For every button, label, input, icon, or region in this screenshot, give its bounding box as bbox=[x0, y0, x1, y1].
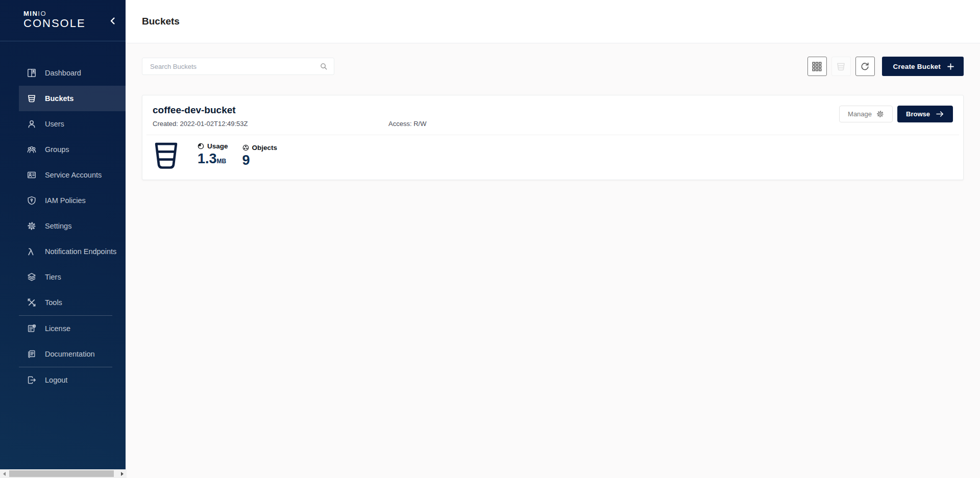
objects-label-row: Objects bbox=[242, 144, 278, 152]
minio-logo: MINIO CONSOLE bbox=[0, 0, 126, 41]
sidebar-menu: Dashboard Buckets Users Groups Service A… bbox=[0, 41, 126, 393]
objects-value: 9 bbox=[242, 153, 278, 168]
page-title: Buckets bbox=[142, 16, 180, 27]
sidebar-item-label: Users bbox=[45, 120, 64, 128]
scroll-left-arrow[interactable] bbox=[0, 469, 9, 478]
sidebar-item-buckets[interactable]: Buckets bbox=[19, 86, 126, 111]
objects-label: Objects bbox=[252, 144, 278, 152]
triangle-right-icon bbox=[121, 472, 124, 476]
users-icon bbox=[27, 119, 36, 129]
create-bucket-label: Create Bucket bbox=[893, 63, 941, 70]
sidebar-item-label: Settings bbox=[45, 222, 71, 230]
create-bucket-button[interactable]: Create Bucket bbox=[882, 57, 964, 76]
iam-policies-icon bbox=[27, 196, 36, 205]
bucket-meta: Created: 2022-01-02T12:49:53Z Access: R/… bbox=[153, 120, 426, 128]
dashboard-icon bbox=[27, 68, 36, 78]
main-area: Buckets Create Bucket bbox=[126, 0, 980, 478]
manage-label: Manage bbox=[848, 110, 872, 118]
sidebar-item-label: Dashboard bbox=[45, 69, 81, 77]
sidebar-item-tiers[interactable]: Tiers bbox=[19, 264, 126, 290]
sidebar-item-tools[interactable]: Tools bbox=[19, 290, 126, 315]
usage-metric: Usage 1.3MB bbox=[198, 142, 228, 169]
bucket-created: Created: 2022-01-02T12:49:53Z bbox=[153, 120, 388, 128]
search-icon bbox=[320, 62, 328, 70]
refresh-icon bbox=[860, 62, 870, 71]
sidebar-item-logout[interactable]: Logout bbox=[19, 367, 126, 393]
sidebar-item-label: Documentation bbox=[45, 350, 95, 358]
sidebar-item-label: Service Accounts bbox=[45, 171, 102, 179]
sidebar: MINIO CONSOLE Dashboard Buckets Users Gr… bbox=[0, 0, 126, 469]
bucket-name: coffee-dev-bucket bbox=[153, 104, 426, 116]
objects-icon bbox=[242, 144, 249, 151]
bucket-heading: coffee-dev-bucket Created: 2022-01-02T12… bbox=[153, 104, 426, 128]
sidebar-item-label: License bbox=[45, 324, 70, 333]
arrow-right-icon bbox=[936, 111, 944, 117]
usage-unit: MB bbox=[217, 158, 227, 165]
sidebar-item-label: Tiers bbox=[45, 273, 61, 281]
sidebar-item-service-accounts[interactable]: Service Accounts bbox=[19, 162, 126, 188]
content-area: Create Bucket coffee-dev-bucket Created:… bbox=[126, 43, 980, 478]
actions-row: Create Bucket bbox=[142, 57, 964, 76]
sidebar-item-license[interactable]: License bbox=[19, 316, 126, 341]
usage-pie-icon bbox=[198, 143, 204, 149]
documentation-icon bbox=[27, 349, 36, 359]
sidebar-item-iam-policies[interactable]: IAM Policies bbox=[19, 188, 126, 213]
usage-value: 1.3MB bbox=[198, 151, 228, 169]
plus-icon bbox=[947, 63, 954, 70]
bucket-list-icon bbox=[836, 62, 846, 71]
bucket-access: Access: R/W bbox=[388, 120, 426, 128]
lambda-icon bbox=[27, 247, 36, 256]
usage-label-row: Usage bbox=[198, 142, 228, 150]
license-icon bbox=[27, 324, 36, 333]
horizontal-scrollbar[interactable] bbox=[0, 469, 127, 478]
buckets-icon bbox=[27, 94, 36, 103]
page-header: Buckets bbox=[126, 0, 980, 43]
sidebar-item-documentation[interactable]: Documentation bbox=[19, 341, 126, 367]
sidebar-item-notification-endpoints[interactable]: Notification Endpoints bbox=[19, 239, 126, 264]
gear-icon bbox=[876, 110, 884, 118]
sidebar-item-label: IAM Policies bbox=[45, 196, 86, 205]
list-view-button[interactable] bbox=[831, 57, 851, 76]
groups-icon bbox=[27, 145, 36, 154]
grid-view-button[interactable] bbox=[807, 57, 827, 76]
service-accounts-icon bbox=[27, 170, 36, 180]
search-input[interactable] bbox=[150, 63, 320, 70]
sidebar-item-label: Buckets bbox=[45, 94, 74, 103]
sidebar-item-dashboard[interactable]: Dashboard bbox=[19, 60, 126, 86]
sidebar-item-label: Groups bbox=[45, 145, 69, 154]
sidebar-item-settings[interactable]: Settings bbox=[19, 213, 126, 239]
bucket-icon bbox=[154, 141, 178, 170]
toolbar-buttons: Create Bucket bbox=[807, 57, 964, 76]
objects-metric: Objects 9 bbox=[242, 144, 278, 168]
browse-button[interactable]: Browse bbox=[897, 106, 953, 122]
scrollbar-thumb[interactable] bbox=[9, 470, 114, 477]
triangle-left-icon bbox=[3, 472, 6, 476]
refresh-button[interactable] bbox=[855, 57, 875, 76]
sidebar-item-groups[interactable]: Groups bbox=[19, 137, 126, 162]
usage-label: Usage bbox=[207, 142, 228, 150]
manage-button[interactable]: Manage bbox=[839, 106, 893, 122]
bucket-card-top: coffee-dev-bucket Created: 2022-01-02T12… bbox=[153, 104, 953, 128]
logout-icon bbox=[27, 375, 36, 385]
sidebar-item-label: Notification Endpoints bbox=[45, 247, 116, 256]
sidebar-item-label: Logout bbox=[45, 376, 67, 384]
search-box bbox=[142, 58, 334, 75]
sidebar-item-users[interactable]: Users bbox=[19, 111, 126, 137]
chevron-left-icon bbox=[107, 0, 118, 59]
settings-icon bbox=[27, 221, 36, 231]
browse-label: Browse bbox=[906, 110, 930, 118]
tiers-icon bbox=[27, 272, 36, 282]
collapse-sidebar-button[interactable] bbox=[107, 15, 118, 27]
scroll-right-arrow[interactable] bbox=[118, 469, 127, 478]
tools-icon bbox=[27, 298, 36, 307]
bucket-card-buttons: Manage Browse bbox=[839, 106, 953, 122]
sidebar-item-label: Tools bbox=[45, 298, 62, 307]
bucket-metrics: Usage 1.3MB Objects 9 bbox=[153, 135, 953, 170]
grid-icon bbox=[812, 62, 822, 71]
bucket-card[interactable]: coffee-dev-bucket Created: 2022-01-02T12… bbox=[142, 95, 964, 180]
scrollbar-track[interactable] bbox=[9, 469, 118, 478]
